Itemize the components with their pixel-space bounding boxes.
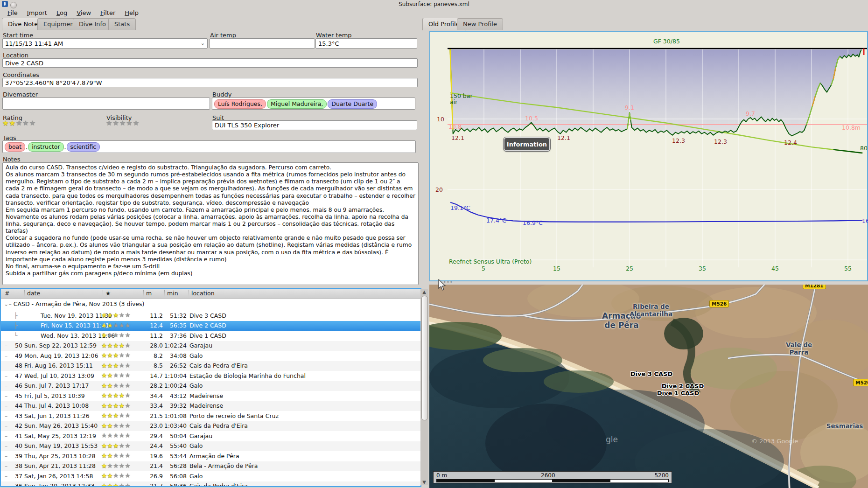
dive-rating: ★★★★★ xyxy=(101,382,131,389)
star-filled-icon: ★ xyxy=(113,391,119,399)
dive-location: Cais da Pedra d'Eira xyxy=(189,422,248,429)
column-header-num[interactable]: # xyxy=(2,290,9,297)
dive-row[interactable]: └Wed, Nov 13, 2013 11:06★★★★★11.237:36Di… xyxy=(1,331,420,341)
dive-row[interactable]: –46Sun, Jul 7, 2013 17:17★★★★★28.21:00:2… xyxy=(1,381,420,391)
pill-miguel-madureira[interactable]: Miguel Madureira, xyxy=(267,99,327,109)
air-temp-field[interactable] xyxy=(210,38,315,49)
dive-row[interactable]: –49Mon, Aug 19, 2013 12:06★★★★★8.234:08G… xyxy=(1,351,420,361)
tab-dive-info[interactable]: Dive Info xyxy=(73,18,112,30)
column-header-min[interactable]: min xyxy=(164,290,178,297)
dive-row[interactable]: –40Sun, May 19, 2013 15:53★★★★★24.455:40… xyxy=(1,441,420,452)
water-temp-label: Water temp xyxy=(316,32,352,39)
profile-label: 12.4 xyxy=(784,139,797,146)
pill-instructor[interactable]: instructor xyxy=(28,142,63,152)
pill-luís-rodrigues[interactable]: Luís Rodrigues, xyxy=(214,99,266,109)
dive-site-label[interactable]: Dive 3 CASD xyxy=(630,370,672,377)
star-empty-icon: ★ xyxy=(125,452,131,459)
dive-rating: ★★★★★ xyxy=(101,411,131,419)
column-header-stars[interactable]: ★ xyxy=(103,290,111,297)
pill-boat[interactable]: boat xyxy=(5,142,25,152)
dive-list[interactable]: #date★mminlocation ⌄– CASD - Armação de … xyxy=(0,288,421,487)
star-filled-icon: ★ xyxy=(101,342,107,349)
buddy-field[interactable]: Luís Rodrigues,Miguel Madureira,Duarte D… xyxy=(212,98,415,110)
dive-row[interactable]: –50Sun, Sep 22, 2013 12:59★★★★★28.01:02:… xyxy=(1,341,420,351)
dive-location: Bela - Armação de Pêra xyxy=(189,462,258,469)
tags-field[interactable]: boat,instructor,scientific xyxy=(2,140,416,153)
dive-list-scrollbar[interactable]: ▲ ▼ xyxy=(420,289,428,485)
menu-file[interactable]: File xyxy=(4,9,21,18)
star-empty-icon: ★ xyxy=(125,422,131,429)
location-label: Location xyxy=(3,52,28,59)
menu-filter[interactable]: Filter xyxy=(97,9,119,18)
column-header-m[interactable]: m xyxy=(143,290,152,297)
location-field[interactable]: Dive 2 CASD xyxy=(2,58,418,68)
star-filled-icon: ★ xyxy=(101,371,107,379)
star-empty-icon: ★ xyxy=(125,462,131,469)
dive-row[interactable]: –45Fri, Jul 5, 2013 10:39★★★★★34.443:12M… xyxy=(1,391,420,401)
star-empty-icon: ★ xyxy=(125,432,131,439)
dive-duration: 1:00:24 xyxy=(159,382,187,389)
dive-row[interactable]: –41Sat, May 25, 2013 12:19★★★★★29.450:04… xyxy=(1,431,420,441)
dive-list-header[interactable]: #date★mminlocation xyxy=(1,289,420,299)
coordinates-field[interactable]: 37°05'23.460"N 8°20'47.879"W xyxy=(2,78,418,87)
collapse-icon[interactable]: ⌄– xyxy=(1,300,14,307)
notes-textarea[interactable]: Aula do curso CASD. Transectos c/video e… xyxy=(2,162,419,285)
dive-duration: 39:32 xyxy=(159,402,187,409)
dive-row[interactable]: ├Tue, Nov 19, 2013 11:39★★★★★11.251:32Di… xyxy=(1,311,420,321)
dive-trip-group-row[interactable]: ⌄– CASD - Armação de Pêra, Nov 2013 (3 d… xyxy=(1,299,420,311)
dive-site-label[interactable]: Dive 2 CASD xyxy=(662,383,704,390)
dive-row-selected[interactable]: ├Fri, Nov 15, 2013 11:41★★★★★12.456:35Di… xyxy=(1,321,420,331)
pill-duarte-duarte[interactable]: Duarte Duarte xyxy=(328,99,377,109)
dive-row[interactable]: –38Sun, Apr 21, 2013 11:28★★★★★21.456:28… xyxy=(1,461,420,472)
dive-duration: 1:10:04 xyxy=(159,372,187,379)
dive-row[interactable]: –42Sun, May 26, 2013 15:40★★★★★23.01:03:… xyxy=(1,421,420,432)
dive-duration: 56:28 xyxy=(159,462,187,469)
dive-row[interactable]: –37Sat, Jan 26, 2013 14:58★★★★★26.956:08… xyxy=(1,471,420,481)
star-filled-icon: ★ xyxy=(107,482,113,488)
start-time-combobox[interactable]: 11/15/13 11:41 AM ⌄ xyxy=(2,38,208,49)
star-filled-icon: ★ xyxy=(107,411,113,419)
suit-field[interactable]: DUI TLS 350 Explorer xyxy=(212,120,417,130)
star-filled-icon: ★ xyxy=(107,422,113,429)
star-empty-icon: ★ xyxy=(107,331,113,339)
divemaster-field[interactable] xyxy=(2,98,210,110)
tab-stats[interactable]: Stats xyxy=(108,18,136,30)
star-filled-icon: ★ xyxy=(107,472,113,479)
menu-log[interactable]: Log xyxy=(53,9,71,18)
menu-import[interactable]: Import xyxy=(23,9,51,18)
dive-row[interactable]: –47Wed, Jul 10, 2013 13:09★★★★★14.71:10:… xyxy=(1,371,420,381)
column-header-date[interactable]: date xyxy=(24,290,40,297)
column-header-location[interactable]: location xyxy=(189,290,215,297)
buddy-label: Buddy xyxy=(212,91,231,98)
rating-stars[interactable]: ★★★★★ xyxy=(2,119,36,127)
map-panel[interactable]: Armação de PêraRibeira de AlcantarilhaVa… xyxy=(429,285,868,488)
star-empty-icon: ★ xyxy=(125,371,131,379)
dive-row[interactable]: –43Sat, Jun 1, 2013 11:26★★★★★21.51:01:0… xyxy=(1,411,420,421)
tab-new-profile[interactable]: New Profile xyxy=(457,18,503,30)
dive-rating: ★★★★★ xyxy=(101,362,131,369)
chevron-down-icon[interactable]: ⌄ xyxy=(201,40,205,46)
dive-site-label[interactable]: Dive 1 CASD xyxy=(657,390,699,397)
scroll-up-icon[interactable]: ▲ xyxy=(421,289,427,294)
star-filled-icon: ★ xyxy=(113,402,119,409)
star-filled-icon: ★ xyxy=(101,351,107,359)
dive-row[interactable]: –48Fri, Aug 16, 2013 15:11★★★★★8.526:52C… xyxy=(1,361,420,371)
pill-scientific[interactable]: scientific xyxy=(67,142,100,152)
menu-help[interactable]: Help xyxy=(121,9,142,18)
dive-number: 36 xyxy=(4,482,22,487)
dive-location: Dive 2 CASD xyxy=(189,322,226,329)
visibility-stars[interactable]: ★★★★★ xyxy=(106,119,140,127)
dive-row[interactable]: –39Thu, Apr 25, 2013 10:28★★★★★19.653:44… xyxy=(1,451,420,461)
scroll-down-icon[interactable]: ▼ xyxy=(421,480,427,485)
dive-location: Galo xyxy=(189,442,203,449)
dive-row[interactable]: –36Sun, Jan 20, 2013 12:33★★★★★21.758:36… xyxy=(1,481,420,488)
dive-duration: 43:12 xyxy=(159,392,187,399)
dive-row[interactable]: –44Thu, Jul 4, 2013 10:08★★★★★33.439:32M… xyxy=(1,401,420,411)
star-filled-icon: ★ xyxy=(107,391,113,399)
splitter-handle[interactable]: ••• xyxy=(443,279,453,285)
water-temp-field[interactable]: 15.3°C xyxy=(315,38,417,49)
menu-view[interactable]: View xyxy=(73,9,95,18)
star-filled-icon: ★ xyxy=(101,321,107,329)
scrollbar-thumb[interactable] xyxy=(421,296,428,420)
dive-location: Galo xyxy=(189,352,203,359)
